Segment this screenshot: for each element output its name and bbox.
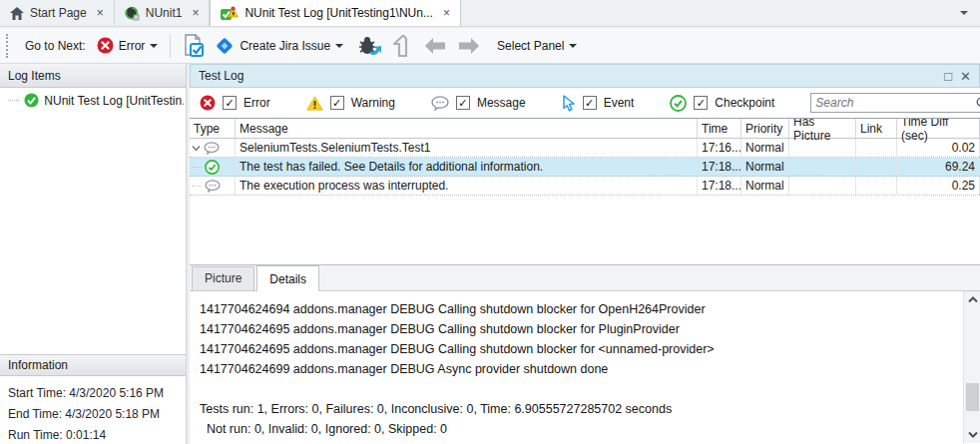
close-icon[interactable]: × — [192, 6, 199, 20]
filter-event: ✓ Event — [562, 95, 635, 112]
details-scrollbar[interactable] — [963, 291, 980, 443]
checkpoint-icon — [205, 160, 220, 175]
toolbar: Go to Next: Error — [0, 28, 980, 64]
error-icon — [200, 95, 216, 111]
close-icon[interactable]: × — [97, 6, 104, 20]
tab-nunit-test-log[interactable]: NUnit Test Log [UnitTesting1\NUn... × — [210, 0, 461, 26]
message-balloon-icon — [205, 180, 221, 193]
chevron-down-icon — [569, 44, 577, 48]
table-row[interactable]: SeleniumTests.SeleniumTests.Test1 17:16.… — [190, 139, 980, 158]
filter-label: Event — [604, 96, 635, 110]
column-header-priority[interactable]: Priority — [741, 119, 789, 138]
create-jira-issue-button[interactable]: Create Jira Issue — [210, 33, 348, 59]
row-link — [856, 158, 897, 176]
row-time: 17:18... — [698, 177, 741, 195]
log-items-panel-header: Log Items — [0, 64, 186, 88]
grid-header-row: Type Message Time Priority Has Picture L… — [190, 119, 980, 139]
toolbar-separator — [170, 34, 171, 58]
filter-bar: ✓ Error ✓ Warning ✓ Message — [190, 88, 980, 119]
jira-icon — [215, 36, 235, 56]
go-back-button[interactable] — [418, 34, 452, 58]
search-icon[interactable] — [976, 97, 980, 110]
home-icon — [10, 7, 24, 20]
tab-label: Start Page — [30, 6, 87, 20]
details-line: 1417704624699 addons.manager DEBUG Async… — [200, 359, 957, 379]
tab-nunit1[interactable]: NUnit1 × — [115, 0, 211, 26]
filter-message: ✓ Message — [431, 96, 526, 111]
row-time-diff: 0.25 — [897, 177, 980, 195]
tab-picture[interactable]: Picture — [192, 266, 254, 290]
column-header-time-diff[interactable]: Time Diff (sec) — [897, 119, 980, 138]
filter-label: Message — [477, 96, 526, 110]
details-line: Not run: 0, Invalid: 0, Ignored: 0, Skip… — [200, 419, 957, 439]
go-forward-button[interactable] — [452, 34, 486, 58]
error-icon — [97, 37, 114, 54]
left-sidebar: Log Items NUnit Test Log [UnitTestin... … — [0, 64, 187, 444]
column-header-has-picture[interactable]: Has Picture — [789, 119, 856, 138]
go-to-next-error-button[interactable]: Error — [92, 34, 164, 57]
error-checkbox[interactable]: ✓ — [223, 96, 237, 110]
row-link — [856, 177, 897, 195]
test-log-panel: Test Log □ ✕ ✓ Error ✓ Warning — [190, 64, 980, 444]
post-summary-button[interactable] — [178, 31, 210, 61]
tab-label: NUnit1 — [146, 6, 183, 20]
checkpoint-checkbox[interactable]: ✓ — [694, 96, 708, 110]
filter-warning: ✓ Warning — [306, 96, 395, 111]
warning-icon — [306, 96, 323, 111]
log-item-nunit-test-log[interactable]: NUnit Test Log [UnitTestin... — [0, 88, 186, 112]
row-has-picture — [789, 139, 856, 157]
close-icon[interactable]: × — [443, 6, 450, 20]
go-up-button[interactable] — [388, 32, 418, 60]
table-row[interactable]: The execution process was interrupted. 1… — [190, 177, 980, 196]
close-panel-icon[interactable]: ✕ — [960, 69, 971, 84]
details-line: Tests run: 1, Errors: 0, Failures: 0, In… — [200, 399, 957, 419]
left-arrow-icon — [423, 37, 447, 55]
scrollbar-thumb[interactable] — [966, 383, 979, 411]
filter-checkpoint: ✓ Checkpoint — [670, 95, 774, 112]
row-priority: Normal — [741, 158, 789, 176]
error-button-label: Error — [119, 39, 146, 53]
float-panel-icon[interactable]: □ — [944, 69, 952, 84]
scroll-down-icon[interactable] — [964, 426, 980, 443]
row-time-diff: 69.24 — [897, 158, 980, 176]
toolbar-grip-handle[interactable] — [6, 34, 11, 58]
log-grid: Type Message Time Priority Has Picture L… — [190, 119, 980, 265]
expander-chevron-down-icon[interactable] — [192, 145, 201, 152]
details-line: 1417704624694 addons.manager DEBUG Calli… — [200, 299, 957, 319]
row-message: The execution process was interrupted. — [236, 177, 698, 195]
run-time-text: Run Time: 0:01:14 — [8, 425, 178, 444]
column-header-time[interactable]: Time — [698, 119, 741, 138]
tree-line — [192, 186, 202, 187]
row-message: The test has failed. See Details for add… — [236, 158, 698, 176]
document-check-icon — [183, 34, 205, 58]
search-box — [810, 93, 980, 113]
details-log-text: 1417704624694 addons.manager DEBUG Calli… — [190, 291, 963, 443]
details-line — [200, 379, 957, 399]
chevron-down-icon — [150, 44, 158, 48]
message-checkbox[interactable]: ✓ — [456, 96, 470, 110]
tree-line — [192, 167, 202, 168]
search-input[interactable] — [811, 96, 976, 110]
tab-details[interactable]: Details — [256, 265, 319, 291]
details-line: 1417704624695 addons.manager DEBUG Calli… — [200, 339, 957, 359]
event-checkbox[interactable]: ✓ — [583, 96, 597, 110]
success-check-icon — [24, 93, 39, 108]
report-bug-button[interactable] — [352, 31, 388, 61]
column-header-message[interactable]: Message — [236, 119, 698, 138]
go-to-next-label: Go to Next: — [25, 39, 86, 53]
row-link — [856, 139, 897, 157]
column-header-type[interactable]: Type — [190, 119, 236, 138]
select-panel-button[interactable]: Select Panel — [492, 36, 582, 56]
table-row-selected[interactable]: The test has failed. See Details for add… — [190, 158, 980, 177]
warning-checkbox[interactable]: ✓ — [330, 96, 344, 110]
column-header-link[interactable]: Link — [856, 119, 897, 138]
tab-start-page[interactable]: Start Page × — [0, 0, 115, 26]
test-log-title: Test Log — [199, 69, 244, 83]
information-panel-header: Information — [0, 354, 186, 376]
details-tab-strip: Picture Details — [190, 265, 980, 291]
event-cursor-icon — [562, 95, 576, 112]
end-time-text: End Time: 4/3/2020 5:18 PM — [8, 404, 178, 425]
tab-list-chevron-down-icon[interactable] — [960, 11, 968, 15]
scroll-up-icon[interactable] — [964, 291, 980, 308]
select-panel-label: Select Panel — [497, 39, 564, 53]
